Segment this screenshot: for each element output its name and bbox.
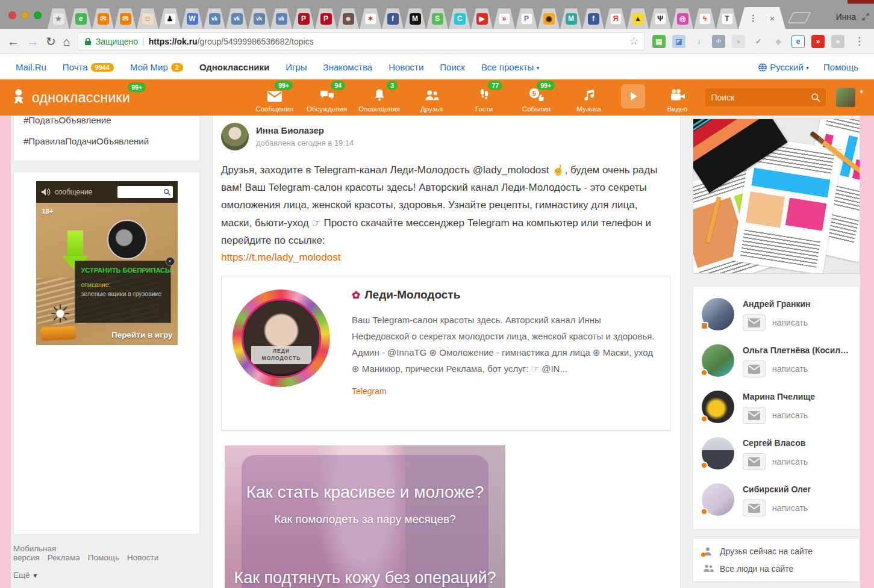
help-link[interactable]: Помощь	[823, 62, 858, 72]
screenshot-ext-icon[interactable]: ◪	[672, 35, 685, 48]
forward-icon[interactable]: →	[27, 36, 39, 48]
tab-close-icon[interactable]: ×	[770, 13, 775, 23]
trident-black[interactable]: Ψ	[649, 8, 671, 29]
check-ext-icon[interactable]: ✓	[752, 35, 765, 48]
w-blue[interactable]: W	[181, 8, 203, 29]
home-icon[interactable]: ⌂	[63, 36, 70, 48]
nav-notifications[interactable]: Оповещения 3	[353, 82, 405, 113]
contact-avatar[interactable]	[702, 298, 734, 330]
nav-events[interactable]: 5 События 99+	[510, 82, 563, 113]
zoom-window-button[interactable]	[34, 11, 42, 19]
m-teal-home[interactable]: M	[560, 8, 582, 29]
friends-online-link[interactable]: Друзья сейчас на сайте	[703, 546, 850, 556]
write-label[interactable]: написать	[772, 457, 808, 466]
mail-orange-2[interactable]: ✉	[114, 8, 136, 29]
back-icon[interactable]: ←	[7, 36, 19, 48]
write-message-button[interactable]	[743, 453, 766, 470]
red-forward-ext-icon[interactable]: »	[811, 35, 825, 48]
youtube[interactable]: ▶	[471, 8, 493, 29]
nav-messages[interactable]: Сообщения 99+	[248, 82, 301, 113]
print-ext-icon[interactable]: ▤	[652, 35, 666, 48]
vk-3[interactable]: vk	[248, 8, 270, 29]
write-label[interactable]: написать	[772, 503, 808, 513]
round-grey-ext-icon[interactable]: ●	[732, 35, 745, 48]
c-teal[interactable]: C	[449, 8, 470, 29]
ad-cta-link[interactable]: Перейти в игру	[111, 330, 172, 339]
grey-forward-ext-icon[interactable]: »	[831, 35, 844, 48]
contact-name[interactable]: Сергей Власов	[743, 438, 808, 448]
reload-icon[interactable]: ↻	[46, 36, 56, 48]
nav-item-games[interactable]: Игры	[286, 62, 307, 72]
write-label[interactable]: написать	[772, 318, 808, 327]
mail-orange[interactable]: ✉	[92, 8, 114, 29]
contact-avatar[interactable]	[702, 344, 734, 377]
new-tab-button[interactable]	[787, 12, 811, 23]
game-ad-banner[interactable]: сообщение 18+ × УСТРАНИТЬ БОЕПРИПАСЫ опи…	[36, 181, 178, 345]
nav-item-all-projects[interactable]: Все проекты ▾	[481, 62, 540, 72]
banner-ad-collage[interactable]	[693, 119, 860, 274]
fullscreen-icon[interactable]	[862, 13, 869, 20]
swan[interactable]: ♟	[159, 8, 181, 29]
hashtag-link[interactable]: #ПодатьОбъявление	[23, 116, 190, 125]
footer-news-link[interactable]: Новости	[127, 553, 158, 562]
nav-item-dating[interactable]: Знакомства	[323, 62, 373, 72]
nav-music[interactable]: Музыка	[563, 82, 615, 113]
chevrons-red[interactable]: »	[493, 8, 515, 29]
code-ext-icon[interactable]: ‹/›	[712, 35, 725, 48]
bookmark-star-icon[interactable]: ☆	[629, 35, 638, 48]
orange-circle[interactable]: ◉	[538, 8, 560, 29]
write-label[interactable]: написать	[772, 410, 808, 420]
write-message-button[interactable]	[743, 314, 766, 331]
user-avatar[interactable]	[836, 88, 855, 107]
channel-avatar[interactable]: ЛЕДИМОЛОДОСТЬ	[233, 289, 330, 387]
telegram-link[interactable]: https://t.me/lady_molodost	[221, 252, 340, 264]
contact-avatar[interactable]	[702, 391, 734, 423]
photo-dark[interactable]: ☻	[337, 8, 359, 29]
nav-item-mailru[interactable]: Mail.Ru	[16, 62, 46, 72]
write-message-button[interactable]	[743, 500, 766, 516]
e-blue-ext-icon[interactable]: e	[791, 35, 805, 48]
nav-discussions[interactable]: Обсуждения 94	[301, 82, 353, 113]
ok-logo[interactable]: одноклассники 99+	[11, 88, 130, 107]
t-white[interactable]: T	[716, 8, 738, 29]
address-bar[interactable]: Защищено | https://ok.ru/group/549999865…	[78, 32, 645, 51]
facebook-1[interactable]: f	[382, 8, 404, 29]
hashtag-link[interactable]: #ПравилаПодачиОбъявлений	[23, 136, 190, 146]
nav-item-mail[interactable]: Почта9944	[63, 62, 114, 72]
contact-name[interactable]: Сибирский Олег	[743, 484, 811, 494]
close-window-button[interactable]	[8, 11, 16, 19]
yandex[interactable]: Я	[605, 8, 626, 29]
p-violet[interactable]: P	[516, 8, 537, 29]
contact-avatar[interactable]	[702, 437, 734, 469]
skype-green[interactable]: S	[426, 8, 448, 29]
close-icon[interactable]: ×	[166, 257, 175, 266]
telegram-source-link[interactable]: Telegram	[352, 386, 387, 396]
browser-profile-name[interactable]: Инна	[836, 12, 856, 22]
crest[interactable]: ✶	[360, 8, 381, 29]
flash[interactable]: ϟ	[694, 8, 716, 29]
mini-player-button[interactable]	[621, 84, 645, 108]
contact-avatar[interactable]	[702, 483, 734, 516]
nav-guests[interactable]: Гости 77	[458, 82, 510, 113]
footer-ads-link[interactable]: Реклама	[48, 553, 80, 562]
vk-4[interactable]: vk	[270, 8, 292, 29]
medium[interactable]: M	[404, 8, 426, 29]
evernote[interactable]: e	[70, 8, 92, 29]
profile-photo[interactable]: ☺	[137, 8, 158, 29]
all-people-link[interactable]: Все люди на сайте	[703, 564, 850, 574]
savefrom-ext-icon[interactable]: ↓	[692, 35, 705, 48]
nav-friends[interactable]: Друзья	[405, 82, 458, 113]
search-input[interactable]	[711, 93, 811, 102]
ok-search-box[interactable]	[705, 88, 826, 107]
nav-item-news[interactable]: Новости	[389, 62, 423, 72]
footer-more-link[interactable]: Ещё ▼	[13, 571, 206, 580]
facebook-2[interactable]: f	[582, 8, 604, 29]
nav-video[interactable]: Видео	[651, 82, 704, 113]
active-tab[interactable]: ⋮ ×	[738, 7, 785, 29]
chevron-down-icon[interactable]: ▾	[860, 88, 863, 96]
nav-item-search[interactable]: Поиск	[440, 62, 465, 72]
write-message-button[interactable]	[743, 361, 766, 377]
contact-name[interactable]: Марина Пчелище	[743, 392, 815, 401]
minimize-window-button[interactable]	[21, 11, 29, 19]
diamond-ext-icon[interactable]: ◈	[772, 35, 785, 48]
